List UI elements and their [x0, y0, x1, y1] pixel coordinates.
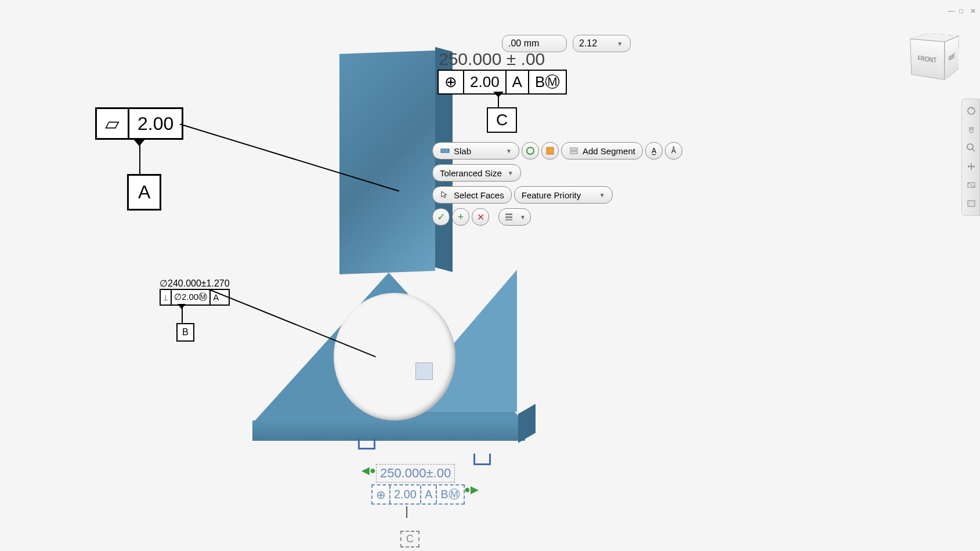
tolerance-mode-label: Toleranced Size — [440, 168, 502, 178]
svg-point-9 — [967, 144, 973, 150]
view-cube-right[interactable]: RIGHT — [945, 36, 959, 80]
display-style-button[interactable] — [964, 197, 978, 211]
main-dimension-label[interactable]: 250.000 ± .00 — [439, 49, 545, 69]
direction-arrow-left: ◀● — [361, 464, 376, 477]
section-view-button[interactable] — [964, 178, 978, 192]
selection-bracket-left — [358, 438, 375, 449]
zoom-fit-button[interactable] — [964, 160, 978, 173]
gdtol-tool-panel: Slab ▼ Add Segment A̲ Ā Toleranced Size … — [432, 142, 682, 230]
preview-datum-box[interactable]: C — [400, 531, 420, 548]
precision-dropdown[interactable]: 2.12 ▼ — [573, 35, 631, 52]
chevron-down-icon: ▼ — [506, 148, 512, 154]
svg-rect-4 — [570, 151, 577, 154]
feature-type-dropdown[interactable]: Slab ▼ — [432, 142, 519, 160]
view-cube[interactable]: FRONT RIGHT — [917, 37, 964, 84]
text-style-button[interactable]: A̲ — [645, 142, 663, 160]
preview-fcf-tolerance: 2.00 — [390, 485, 421, 503]
preview-fcf-symbol: ⊕ — [373, 485, 390, 503]
view-toolbar — [961, 99, 980, 216]
datum-a-annotation[interactable]: ▱ 2.00 A — [95, 107, 183, 140]
selection-bracket-right — [473, 454, 491, 465]
options-dropdown[interactable]: ▼ — [498, 208, 531, 226]
chevron-down-icon: ▼ — [617, 41, 623, 47]
add-segment-label: Add Segment — [583, 146, 635, 156]
datum-b-tolerance: ∅2.00Ⓜ — [172, 290, 211, 304]
svg-point-8 — [968, 107, 975, 114]
add-segment-button[interactable]: Add Segment — [561, 142, 643, 160]
text-icon: A̲ — [652, 147, 656, 155]
fcf-tolerance: 2.00 — [464, 71, 507, 93]
fcf-datum-b: BⓂ — [529, 71, 566, 93]
select-faces-label: Select Faces — [454, 190, 504, 200]
svg-rect-2 — [547, 147, 554, 154]
preview-datum-connector — [406, 506, 407, 518]
svg-line-12 — [968, 183, 975, 187]
svg-point-1 — [527, 147, 534, 154]
datum-b-box: B — [176, 323, 194, 342]
selection-center-mark — [415, 362, 433, 380]
chevron-down-icon: ▼ — [599, 192, 605, 198]
model-hole — [334, 293, 455, 420]
magnifier-icon — [966, 143, 977, 153]
datum-b-symbol-perpendicularity: ⟂ — [161, 290, 172, 304]
zoom-fit-icon — [966, 161, 977, 172]
datum-b-dimension: ∅240.000±1.270 — [160, 278, 230, 289]
fcf-symbol-position: ⊕ — [439, 71, 464, 93]
svg-rect-13 — [968, 201, 975, 206]
preview-fcf-datum-b: BⓂ — [437, 485, 463, 503]
display-icon — [966, 198, 977, 209]
selection-priority-label: Feature Priority — [522, 190, 581, 200]
datum-a-tolerance: 2.00 — [129, 109, 182, 138]
precision-value: 2.12 — [579, 38, 597, 49]
check-icon: ✓ — [437, 211, 446, 223]
maximize-button[interactable]: □ — [959, 7, 967, 15]
datum-a-box: A — [127, 174, 161, 211]
feature-control-frame-1[interactable]: ⊕ 2.00 A BⓂ — [437, 70, 567, 95]
datum-c-box[interactable]: C — [487, 107, 517, 133]
datum-b-annotation[interactable]: ∅240.000±1.270 ⟂ ∅2.00Ⓜ A B — [160, 278, 230, 306]
datum-a-symbol-flatness: ▱ — [97, 109, 129, 138]
fcf-datum-a: A — [507, 71, 529, 93]
tolerance-value-input[interactable] — [508, 38, 560, 49]
zoom-button[interactable] — [964, 141, 978, 155]
datum-c-connector — [498, 92, 499, 108]
pan-view-button[interactable] — [964, 122, 978, 136]
direction-arrow-right: ●▶ — [464, 483, 479, 496]
list-icon — [504, 212, 514, 222]
cursor-icon — [440, 190, 450, 200]
annotation-icon: Ā — [671, 147, 676, 155]
view-cube-front[interactable]: FRONT — [910, 39, 945, 80]
x-icon: ✕ — [477, 212, 484, 223]
rotate-view-button[interactable] — [964, 104, 978, 118]
svg-rect-0 — [441, 149, 449, 153]
svg-rect-6 — [505, 216, 512, 218]
toggle-envelope-button[interactable] — [541, 142, 559, 160]
tolerance-mode-dropdown[interactable]: Toleranced Size ▼ — [432, 164, 521, 182]
linear-icon — [525, 146, 536, 156]
slab-icon — [440, 146, 450, 156]
close-button[interactable]: ✕ — [970, 7, 978, 15]
select-faces-button[interactable]: Select Faces — [432, 186, 512, 204]
accept-button[interactable]: ✓ — [432, 208, 450, 226]
minimize-button[interactable]: — — [948, 7, 956, 15]
preview-fcf-datum-a: A — [421, 485, 437, 503]
datum-a-connector — [139, 139, 140, 177]
cancel-button[interactable]: ✕ — [472, 208, 489, 226]
preview-feature-control-frame[interactable]: ⊕ 2.00 A BⓂ — [371, 484, 465, 505]
section-icon — [966, 180, 977, 190]
datum-b-connector — [182, 304, 183, 324]
add-segment-icon — [569, 146, 579, 156]
svg-line-10 — [972, 149, 975, 151]
chevron-down-icon: ▼ — [508, 170, 513, 176]
preview-dimension-label[interactable]: 250.000±.00 — [376, 464, 455, 483]
hand-icon — [966, 124, 977, 135]
svg-rect-7 — [505, 219, 512, 220]
envelope-icon — [545, 146, 555, 156]
add-button[interactable]: + — [452, 208, 469, 226]
toggle-linear-button[interactable] — [522, 142, 539, 160]
chevron-down-icon: ▼ — [520, 214, 526, 220]
svg-rect-5 — [505, 213, 512, 215]
model-base — [252, 420, 525, 441]
annotation-style-button[interactable]: Ā — [665, 142, 682, 160]
selection-priority-dropdown[interactable]: Feature Priority ▼ — [514, 186, 613, 204]
